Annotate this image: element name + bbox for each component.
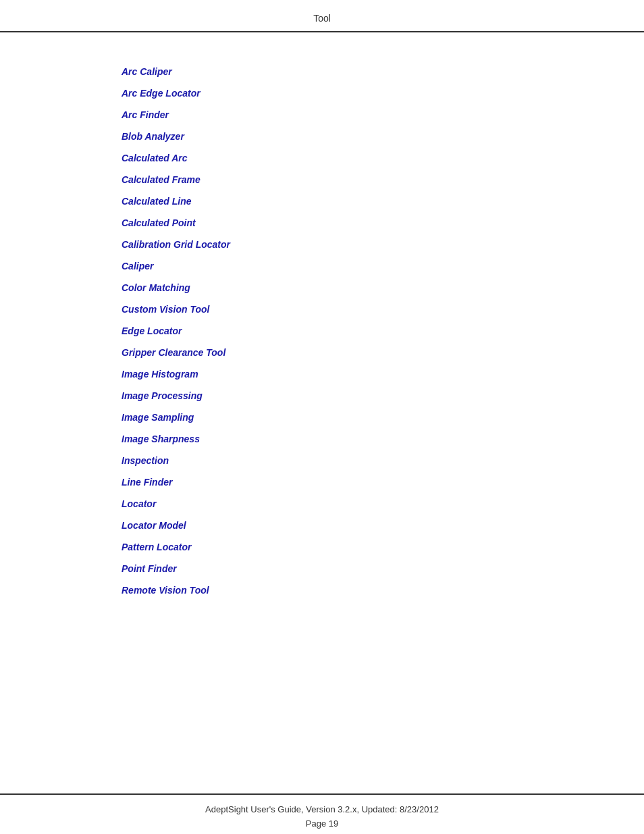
- tool-link-arc-caliper[interactable]: Arc Caliper: [122, 66, 644, 77]
- tool-link-remote-vision-tool[interactable]: Remote Vision Tool: [122, 585, 644, 596]
- tool-link-line-finder[interactable]: Line Finder: [122, 477, 644, 488]
- tool-link-arc-finder[interactable]: Arc Finder: [122, 109, 644, 120]
- tool-link-calculated-line[interactable]: Calculated Line: [122, 196, 644, 207]
- tool-link-calculated-frame[interactable]: Calculated Frame: [122, 174, 644, 185]
- tool-link-pattern-locator[interactable]: Pattern Locator: [122, 542, 644, 552]
- tool-link-custom-vision-tool[interactable]: Custom Vision Tool: [122, 304, 644, 315]
- tool-link-caliper[interactable]: Caliper: [122, 261, 644, 271]
- content-area: Arc CaliperArc Edge LocatorArc FinderBlo…: [0, 32, 644, 793]
- tool-link-calculated-point[interactable]: Calculated Point: [122, 217, 644, 228]
- tool-link-image-processing[interactable]: Image Processing: [122, 390, 644, 401]
- tool-link-arc-edge-locator[interactable]: Arc Edge Locator: [122, 88, 644, 99]
- tool-link-image-sampling[interactable]: Image Sampling: [122, 412, 644, 423]
- tool-link-image-histogram[interactable]: Image Histogram: [122, 369, 644, 380]
- tool-link-calibration-grid-locator[interactable]: Calibration Grid Locator: [122, 239, 644, 250]
- footer-page: Page 19: [0, 818, 644, 829]
- header-title: Tool: [313, 13, 331, 24]
- tool-link-blob-analyzer[interactable]: Blob Analyzer: [122, 131, 644, 142]
- page-header: Tool: [0, 0, 644, 32]
- footer-info: AdeptSight User's Guide, Version 3.2.x, …: [0, 804, 644, 814]
- tool-link-inspection[interactable]: Inspection: [122, 455, 644, 466]
- tool-link-locator-model[interactable]: Locator Model: [122, 520, 644, 531]
- tool-link-image-sharpness[interactable]: Image Sharpness: [122, 434, 644, 444]
- tool-link-edge-locator[interactable]: Edge Locator: [122, 325, 644, 336]
- tool-link-locator[interactable]: Locator: [122, 498, 644, 509]
- tool-link-gripper-clearance-tool[interactable]: Gripper Clearance Tool: [122, 347, 644, 358]
- tool-link-color-matching[interactable]: Color Matching: [122, 282, 644, 293]
- tool-link-point-finder[interactable]: Point Finder: [122, 563, 644, 574]
- page-container: Tool Arc CaliperArc Edge LocatorArc Find…: [0, 0, 644, 834]
- tool-link-calculated-arc[interactable]: Calculated Arc: [122, 153, 644, 163]
- page-footer: AdeptSight User's Guide, Version 3.2.x, …: [0, 793, 644, 834]
